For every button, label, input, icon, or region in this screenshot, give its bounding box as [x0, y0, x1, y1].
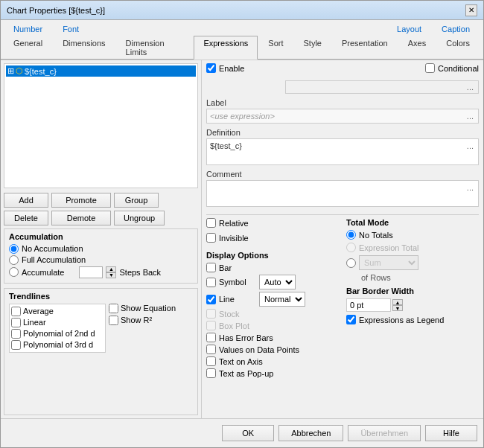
tab-colors[interactable]: Colors [436, 36, 480, 59]
group-button[interactable]: Group [114, 193, 159, 208]
line-select[interactable]: Normal [259, 292, 305, 307]
tab-font[interactable]: Font [53, 22, 89, 36]
hilfe-button[interactable]: Hilfe [425, 425, 477, 441]
text-on-axis-checkbox[interactable] [206, 356, 216, 366]
label-ellipsis[interactable]: ... [465, 112, 475, 121]
tab-general[interactable]: General [4, 36, 52, 59]
full-accumulation-label: Full Accumulation [22, 255, 86, 264]
tab-sort[interactable]: Sort [258, 36, 293, 59]
ungroup-button[interactable]: Ungroup [114, 211, 165, 225]
expression-total-radio[interactable] [346, 243, 356, 252]
poly3-checkbox[interactable] [11, 340, 21, 350]
tab-expressions[interactable]: Expressions [194, 36, 258, 60]
box-plot-checkbox[interactable] [206, 321, 216, 330]
symbol-checkbox[interactable] [206, 278, 216, 287]
tabs-upper-row: Number Font Layout Caption [1, 20, 483, 36]
conditional-checkbox[interactable] [425, 63, 435, 73]
linear-label: Linear [23, 318, 46, 327]
sum-select[interactable]: Sum [359, 255, 418, 270]
text-as-popup-label: Text as Pop-up [219, 369, 273, 378]
tab-style[interactable]: Style [294, 36, 331, 59]
of-rows-label: of Rows [361, 273, 458, 282]
border-spinner-up[interactable]: ▲ [392, 299, 403, 305]
tab-dimension-limits[interactable]: Dimension Limits [116, 36, 194, 59]
trendlines-inner: Average Linear Polynomial of 2nd d [9, 304, 193, 353]
no-accumulation-radio[interactable] [9, 244, 19, 254]
sum-row: Sum [346, 255, 458, 270]
average-checkbox[interactable] [11, 307, 21, 316]
promote-button[interactable]: Promote [51, 193, 111, 208]
demote-button[interactable]: Demote [51, 211, 111, 225]
border-spinner: ▲ ▼ [392, 299, 403, 311]
spinner-down[interactable]: ▼ [106, 272, 116, 278]
comment-ellipsis[interactable]: ... [465, 183, 475, 192]
comment-box[interactable]: ... [206, 180, 479, 207]
spinner-up[interactable]: ▲ [106, 266, 116, 272]
show-equation-checkbox[interactable] [109, 304, 118, 313]
label-section: Label <use expression> ... [206, 98, 479, 124]
label-input[interactable]: <use expression> ... [206, 109, 479, 124]
sum-radio[interactable] [346, 258, 356, 268]
delete-button[interactable]: Delete [4, 211, 48, 225]
expr-legend-checkbox[interactable] [346, 315, 356, 324]
tree-item[interactable]: ⊞ ⬡ ${test_c} [6, 65, 196, 77]
stock-checkbox[interactable] [206, 309, 216, 319]
tab-number[interactable]: Number [4, 22, 52, 36]
border-input-row: 0 pt ▲ ▼ [346, 298, 458, 312]
show-r2-checkbox[interactable] [109, 316, 118, 325]
tabs-container: Number Font Layout Caption General Dimen… [1, 20, 483, 60]
tag-icon: ⬡ [16, 66, 23, 76]
trendline-linear[interactable]: Linear [11, 317, 104, 328]
total-mode-group: Total Mode No Totals Expression Total [346, 218, 458, 282]
abbrechen-button[interactable]: Abbrechen [278, 425, 343, 441]
ok-button[interactable]: OK [222, 425, 274, 441]
stock-label: Stock [219, 310, 240, 319]
expression-tree[interactable]: ⊞ ⬡ ${test_c} [4, 63, 198, 188]
border-value: 0 pt [350, 301, 363, 310]
conditional-ellipsis[interactable]: ... [465, 83, 475, 92]
close-button[interactable]: ✕ [465, 4, 477, 16]
trendlines-list[interactable]: Average Linear Polynomial of 2nd d [9, 304, 106, 353]
steps-container: 10 ▲ ▼ Steps Back [79, 266, 161, 278]
tab-layout[interactable]: Layout [387, 22, 431, 36]
values-on-data-points-checkbox[interactable] [206, 345, 216, 354]
tab-axes[interactable]: Axes [398, 36, 436, 59]
trendline-poly3[interactable]: Polynomial of 3rd d [11, 339, 104, 351]
definition-ellipsis[interactable]: ... [465, 141, 475, 150]
accumulate-radio[interactable] [9, 267, 19, 277]
text-as-popup-checkbox[interactable] [206, 368, 216, 378]
border-input[interactable]: 0 pt [346, 298, 391, 312]
total-mode-label: Total Mode [346, 218, 458, 227]
border-spinner-down[interactable]: ▼ [392, 305, 403, 311]
trendline-average[interactable]: Average [11, 306, 104, 317]
comment-section: Comment ... [206, 170, 479, 207]
comment-field-label: Comment [206, 170, 479, 179]
top-buttons-row: Add Promote Group [4, 193, 198, 208]
has-error-bars-checkbox[interactable] [206, 333, 216, 342]
tab-dimensions[interactable]: Dimensions [53, 36, 115, 59]
tab-caption[interactable]: Caption [432, 22, 480, 36]
bar-checkbox[interactable] [206, 263, 216, 272]
symbol-select[interactable]: Auto [259, 275, 296, 289]
definition-field-label: Definition [206, 128, 479, 137]
no-totals-radio[interactable] [346, 230, 356, 240]
poly2-checkbox[interactable] [11, 329, 21, 339]
invisible-checkbox[interactable] [206, 233, 216, 243]
add-button[interactable]: Add [4, 193, 48, 208]
tab-presentation[interactable]: Presentation [332, 36, 398, 59]
full-accumulation-radio[interactable] [9, 255, 19, 265]
line-checkbox[interactable] [206, 295, 216, 304]
symbol-row: Symbol Auto [206, 275, 340, 289]
linear-checkbox[interactable] [11, 318, 21, 327]
steps-input[interactable]: 10 [79, 266, 103, 278]
relative-checkbox[interactable] [206, 218, 216, 228]
enable-checkbox[interactable] [206, 63, 216, 73]
definition-box[interactable]: ${test_c} ... [206, 138, 479, 165]
conditional-input[interactable]: ... [285, 80, 479, 94]
accumulation-group: Accumulation No Accumulation Full Accumu… [4, 228, 198, 284]
bar-border-label: Bar Border Width [346, 287, 458, 295]
relative-row: Relative [206, 218, 340, 228]
ubernehmen-button[interactable]: Übernehmen [348, 425, 421, 441]
trendline-poly2[interactable]: Polynomial of 2nd d [11, 328, 104, 339]
poly2-label: Polynomial of 2nd d [23, 329, 95, 338]
